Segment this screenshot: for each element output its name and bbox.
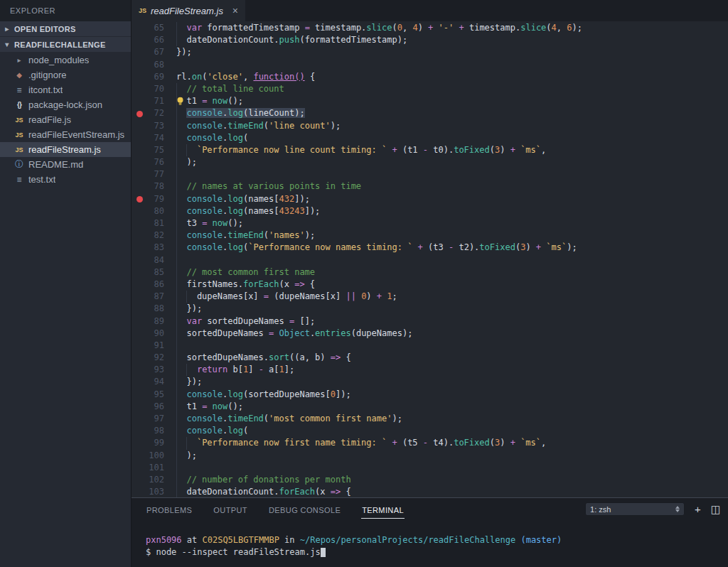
line-number[interactable]: 93 <box>132 364 164 376</box>
line-number[interactable]: 84 <box>132 254 164 266</box>
code-line-75[interactable]: 75 `Performance now line count timing: `… <box>132 144 728 156</box>
line-number[interactable]: 89 <box>132 315 164 328</box>
line-number[interactable]: 90 <box>132 328 164 340</box>
code-line-92[interactable]: 92 sortedDupeNames.sort((a, b) => { <box>132 352 728 364</box>
editor-tab[interactable]: JS readFileStream.js × <box>132 0 245 21</box>
file-item-itcont.txt[interactable]: ≡itcont.txt <box>0 82 131 97</box>
line-number[interactable]: 101 <box>132 462 164 474</box>
code-line-99[interactable]: 99 `Performance now first name timing: `… <box>132 437 728 449</box>
line-number[interactable]: 73 <box>132 120 164 132</box>
open-editors-section[interactable]: ▸ OPEN EDITORS <box>0 21 131 36</box>
split-terminal-icon[interactable]: ◫ <box>711 504 721 514</box>
code-line-82[interactable]: 82 console.timeEnd('names'); <box>132 230 728 242</box>
code-line-90[interactable]: 90 sortedDupeNames = Object.entries(dupe… <box>132 328 728 340</box>
line-number[interactable]: 100 <box>132 450 164 462</box>
line-number[interactable]: 87 <box>132 291 164 303</box>
panel-tab-output[interactable]: OUTPUT <box>213 500 248 518</box>
code-line-70[interactable]: 70 // total line count <box>132 83 728 95</box>
code-line-74[interactable]: 74 console.log( <box>132 132 728 144</box>
file-item-package-lock.json[interactable]: {}package-lock.json <box>0 97 131 112</box>
line-number[interactable]: 69 <box>132 71 164 83</box>
code-line-85[interactable]: 85 // most common first name <box>132 266 728 279</box>
new-terminal-icon[interactable]: + <box>695 504 701 514</box>
shell-selector[interactable]: 1: zsh <box>585 502 685 516</box>
code-line-65[interactable]: 65 var formattedTimestamp = timestamp.sl… <box>132 22 728 34</box>
line-number[interactable]: 86 <box>132 279 164 291</box>
code-line-73[interactable]: 73 console.timeEnd('line count'); <box>132 120 728 132</box>
line-number[interactable]: 74 <box>132 132 164 144</box>
close-icon[interactable]: × <box>232 5 238 16</box>
code-line-78[interactable]: 78 // names at various points in time <box>132 180 728 193</box>
line-number[interactable]: 83 <box>132 242 164 254</box>
folder-section[interactable]: ▾ READFILECHALLENGE <box>0 37 131 52</box>
file-item-node_modules[interactable]: ▸node_modules <box>0 53 131 68</box>
code-line-84[interactable]: 84 <box>132 254 728 266</box>
file-item-readFileStream.js[interactable]: JSreadFileStream.js <box>0 142 131 157</box>
code-line-80[interactable]: 80 console.log(names[43243]); <box>132 205 728 217</box>
line-number[interactable]: 78 <box>132 180 164 193</box>
line-number[interactable]: 99 <box>132 437 164 449</box>
file-item-README.md[interactable]: ⓘREADME.md <box>0 157 131 172</box>
line-number[interactable]: 80 <box>132 205 164 217</box>
line-number[interactable]: 94 <box>132 376 164 388</box>
line-number[interactable]: 96 <box>132 401 164 413</box>
line-number[interactable]: 66 <box>132 34 164 46</box>
code-line-66[interactable]: 66 dateDonationCount.push(formattedTimes… <box>132 34 728 46</box>
code-line-88[interactable]: 88 }); <box>132 303 728 315</box>
code-line-77[interactable]: 77 <box>132 168 728 180</box>
panel-tab-debug-console[interactable]: DEBUG CONSOLE <box>268 500 341 518</box>
code-line-97[interactable]: 97 console.timeEnd('most common first na… <box>132 413 728 425</box>
line-number[interactable]: 67 <box>132 46 164 58</box>
line-number[interactable]: 102 <box>132 474 164 486</box>
line-number[interactable]: 76 <box>132 156 164 168</box>
code-line-93[interactable]: 93 return b[1] - a[1]; <box>132 364 728 376</box>
line-number[interactable]: 82 <box>132 230 164 242</box>
panel-tab-terminal[interactable]: TERMINAL <box>361 500 405 519</box>
code-line-83[interactable]: 83 console.log(`Performance now names ti… <box>132 242 728 254</box>
line-number[interactable]: 98 <box>132 425 164 437</box>
panel-tab-problems[interactable]: PROBLEMS <box>146 500 193 518</box>
code-line-96[interactable]: 96 t1 = now(); <box>132 401 728 413</box>
line-number[interactable]: 71 <box>132 95 164 107</box>
code-line-76[interactable]: 76 ); <box>132 156 728 168</box>
file-item-.gitignore[interactable]: ◆.gitignore <box>0 68 131 82</box>
line-number[interactable]: 92 <box>132 352 164 364</box>
code-line-71[interactable]: 71 t1 = now(); <box>132 95 728 107</box>
code-line-79[interactable]: 79 console.log(names[432]); <box>132 193 728 205</box>
code-editor[interactable]: 65 var formattedTimestamp = timestamp.sl… <box>132 21 728 497</box>
breakpoint-icon[interactable] <box>136 111 143 117</box>
token: on <box>192 72 202 82</box>
code-line-86[interactable]: 86 firstNames.forEach(x => { <box>132 279 728 291</box>
line-number[interactable]: 97 <box>132 413 164 425</box>
line-number[interactable]: 75 <box>132 144 164 156</box>
code-line-102[interactable]: 102 // number of donations per month <box>132 474 728 486</box>
code-line-98[interactable]: 98 console.log( <box>132 425 728 437</box>
line-number[interactable]: 103 <box>132 486 164 497</box>
code-line-68[interactable]: 68 <box>132 59 728 71</box>
line-number[interactable]: 68 <box>132 59 164 71</box>
line-number[interactable]: 81 <box>132 217 164 230</box>
line-number[interactable]: 85 <box>132 266 164 279</box>
code-line-101[interactable]: 101 <box>132 462 728 474</box>
code-line-72[interactable]: 72 console.log(lineCount); <box>132 107 728 119</box>
code-line-103[interactable]: 103 dateDonationCount.forEach(x => { <box>132 486 728 497</box>
code-line-94[interactable]: 94 }); <box>132 376 728 388</box>
file-item-test.txt[interactable]: ≡test.txt <box>0 172 131 187</box>
code-line-69[interactable]: 69rl.on('close', function() { <box>132 71 728 83</box>
code-line-100[interactable]: 100 ); <box>132 450 728 462</box>
code-line-87[interactable]: 87 dupeNames[x] = (dupeNames[x] || 0) + … <box>132 291 728 303</box>
line-number[interactable]: 88 <box>132 303 164 315</box>
terminal-content[interactable]: pxn5096 at C02SQ5LBGTFMMBP in ~/Repos/pe… <box>132 519 728 558</box>
code-line-67[interactable]: 67}); <box>132 46 728 58</box>
code-line-81[interactable]: 81 t3 = now(); <box>132 217 728 230</box>
file-item-readFile.js[interactable]: JSreadFile.js <box>0 112 131 127</box>
line-number[interactable]: 91 <box>132 340 164 352</box>
line-number[interactable]: 77 <box>132 168 164 180</box>
code-line-95[interactable]: 95 console.log(sortedDupeNames[0]); <box>132 389 728 401</box>
line-number[interactable]: 70 <box>132 83 164 95</box>
line-number[interactable]: 95 <box>132 389 164 401</box>
code-line-91[interactable]: 91 <box>132 340 728 352</box>
code-line-89[interactable]: 89 var sortedDupeNames = []; <box>132 315 728 328</box>
line-number[interactable]: 65 <box>132 22 164 34</box>
file-item-readFileEventStream.js[interactable]: JSreadFileEventStream.js <box>0 127 131 142</box>
